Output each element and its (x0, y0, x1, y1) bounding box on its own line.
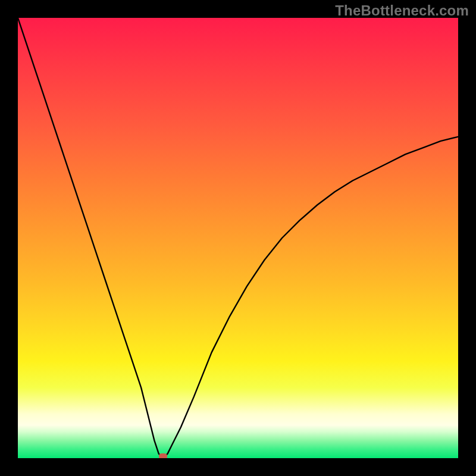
minimum-marker (159, 453, 167, 458)
plot-area (18, 18, 458, 458)
watermark-text: TheBottleneck.com (335, 2, 469, 19)
bottleneck-curve (18, 18, 458, 458)
chart-frame: TheBottleneck.com (0, 0, 476, 476)
